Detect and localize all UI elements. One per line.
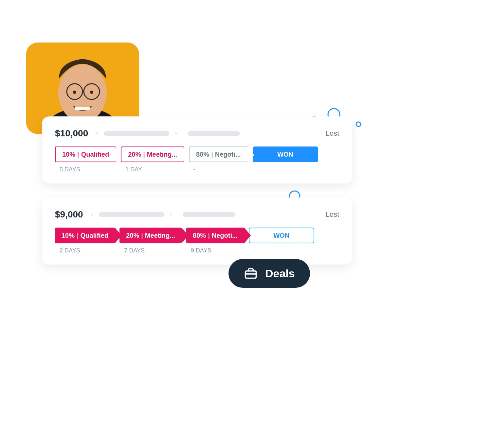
stage-percent: 20% [128,151,141,158]
stage-name: Meeting... [147,151,177,158]
stage-duration: 9 DAYS [186,247,211,254]
stage-duration: 5 DAYS [55,166,80,173]
stage-column: 10% | Qualified 2 DAYS [55,228,115,254]
deal-card: $9,000 Lost 10% | Qualified 2 DAYS 20% |… [42,198,352,265]
deals-pill-label: Deals [265,267,295,280]
stage-won-button[interactable]: WON [253,146,318,162]
stage-won-button[interactable]: WON [249,228,314,243]
stage-percent: 10% [62,151,75,158]
stage-duration: 2 DAYS [55,247,80,254]
stage-chevron-meeting[interactable]: 20% | Meeting... [119,228,182,243]
placeholder-bar [104,131,169,136]
separator-dot [91,214,93,215]
stage-name: Meeting... [145,232,175,239]
deal-amount: $10,000 [55,128,88,139]
stage-column: 20% | Meeting... 7 DAYS [119,228,182,254]
stage-separator: | [143,151,145,158]
deal-stages-row: 10% | Qualified 2 DAYS 20% | Meeting... … [55,228,339,254]
placeholder-bar [99,212,164,217]
stage-column: WON [249,228,314,243]
stage-duration: 7 DAYS [119,247,145,254]
deal-amount: $9,000 [55,209,83,220]
separator-dot [96,132,98,134]
deals-pill-button[interactable]: Deals [228,259,310,288]
stage-chevron-qualified[interactable]: 10% | Qualified [55,146,116,162]
placeholder-bar [183,212,235,217]
deal-card-header: $9,000 Lost [55,209,339,220]
deal-card-header: $10,000 Lost [55,128,339,139]
stage-column: 80% | Negoti... - [189,146,248,173]
svg-rect-8 [75,107,90,110]
stage-name: Qualified [81,232,109,239]
placeholder-bar [188,131,240,136]
stage-name: Negoti... [215,151,241,158]
stage-separator: | [208,232,210,239]
stage-column: 80% | Negoti... 9 DAYS [186,228,244,254]
stage-column: 20% | Meeting... 1 DAY [121,146,184,173]
svg-point-12 [356,122,361,127]
deal-stages-row: 10% | Qualified 5 DAYS 20% | Meeting... … [55,146,339,173]
stage-column: WON [253,146,318,162]
briefcase-icon [244,266,258,281]
stage-chevron-qualified[interactable]: 10% | Qualified [55,228,115,243]
stage-separator: | [211,151,213,158]
stage-percent: 80% [193,232,206,239]
stage-separator: | [141,232,143,239]
deal-card: $10,000 Lost 10% | Qualified 5 DAYS 20% … [42,116,352,183]
stage-column: 10% | Qualified 5 DAYS [55,146,116,173]
stage-duration: 1 DAY [121,166,142,173]
stage-percent: 10% [62,232,75,239]
stage-chevron-meeting[interactable]: 20% | Meeting... [121,146,184,162]
stage-percent: 80% [196,151,209,158]
stage-separator: | [77,232,79,239]
stage-name: Qualified [81,151,109,158]
svg-rect-24 [246,271,256,278]
svg-point-7 [90,91,93,94]
stage-name: Negoti... [212,232,238,239]
deal-status: Lost [325,210,339,219]
stage-chevron-negotiation[interactable]: 80% | Negoti... [186,228,244,243]
svg-point-6 [73,91,76,94]
stage-duration: - [189,166,195,173]
stage-percent: 20% [126,232,139,239]
deal-status: Lost [325,129,339,138]
separator-dot [170,214,172,215]
separator-dot [175,132,177,134]
stage-chevron-negotiation[interactable]: 80% | Negoti... [189,146,248,162]
stage-separator: | [77,151,79,158]
